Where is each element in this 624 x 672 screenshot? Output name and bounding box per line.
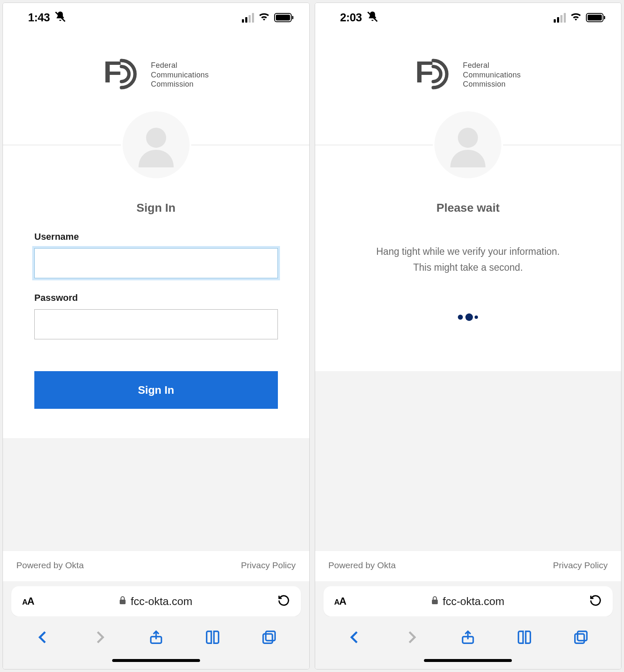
bell-slash-icon <box>366 10 379 25</box>
safari-toolbar <box>3 616 309 654</box>
username-input[interactable] <box>34 248 278 278</box>
footer-row: Powered by Okta Privacy Policy <box>3 551 309 581</box>
reload-icon[interactable] <box>589 594 602 608</box>
home-indicator <box>315 654 621 669</box>
safari-url-bar[interactable]: AA fcc-okta.com <box>11 586 301 616</box>
gray-spacer <box>3 438 309 551</box>
wifi-icon <box>570 12 582 23</box>
sign-in-button[interactable]: Sign In <box>34 371 278 409</box>
fcc-logo-icon: F <box>415 55 453 95</box>
avatar-divider <box>3 111 309 178</box>
text-size-icon[interactable]: AA <box>22 595 34 607</box>
safari-url-bar[interactable]: AA fcc-okta.com <box>324 586 613 616</box>
svg-rect-5 <box>266 631 275 641</box>
svg-rect-3 <box>120 600 126 604</box>
lock-icon <box>119 595 126 608</box>
login-form: Username Password Sign In <box>3 231 309 438</box>
battery-icon <box>586 13 603 22</box>
wifi-icon <box>258 12 270 23</box>
username-label: Username <box>34 231 278 242</box>
brand-name: Federal Communications Commission <box>463 61 521 89</box>
signal-icon <box>242 13 254 23</box>
avatar-placeholder-icon <box>123 111 190 178</box>
password-input[interactable] <box>34 309 278 339</box>
password-label: Password <box>34 292 278 303</box>
powered-by-text: Powered by Okta <box>16 560 84 570</box>
bookmarks-icon[interactable] <box>204 629 221 646</box>
share-icon[interactable] <box>148 629 164 646</box>
powered-by-text: Powered by Okta <box>329 560 396 570</box>
loading-indicator <box>315 276 621 371</box>
bell-slash-icon <box>54 10 67 25</box>
logo-area: F Federal Communications Commission <box>3 32 309 111</box>
status-bar: 2:03 <box>315 3 621 32</box>
brand-name: Federal Communications Commission <box>151 61 209 89</box>
gray-spacer <box>315 371 621 551</box>
url-domain: fcc-okta.com <box>431 595 504 608</box>
signal-icon <box>554 13 566 23</box>
back-icon[interactable] <box>35 629 51 646</box>
phone-right: 2:03 F Federal <box>315 3 622 669</box>
share-icon[interactable] <box>460 629 476 646</box>
svg-text:F: F <box>103 55 122 89</box>
tabs-icon[interactable] <box>261 629 277 646</box>
reload-icon[interactable] <box>277 594 290 608</box>
forward-icon[interactable] <box>91 629 108 646</box>
logo-area: F Federal Communications Commission <box>315 32 621 111</box>
home-indicator <box>3 654 309 669</box>
battery-icon <box>274 13 292 22</box>
page-heading: Sign In <box>3 178 309 231</box>
svg-rect-6 <box>263 634 272 643</box>
lock-icon <box>431 595 439 608</box>
safari-toolbar <box>315 616 621 654</box>
forward-icon[interactable] <box>403 629 420 646</box>
svg-rect-13 <box>575 634 584 643</box>
footer-row: Powered by Okta Privacy Policy <box>315 551 621 581</box>
wait-message: Hang tight while we verify your informat… <box>315 231 621 276</box>
back-icon[interactable] <box>347 629 363 646</box>
page-heading: Please wait <box>315 178 621 231</box>
avatar-placeholder-icon <box>434 111 501 178</box>
privacy-policy-link[interactable]: Privacy Policy <box>553 560 608 570</box>
svg-point-2 <box>146 128 166 148</box>
text-size-icon[interactable]: AA <box>334 595 346 607</box>
svg-text:F: F <box>415 55 434 89</box>
status-time: 1:43 <box>28 11 50 24</box>
tabs-icon[interactable] <box>573 629 589 646</box>
svg-rect-10 <box>432 600 438 604</box>
bookmarks-icon[interactable] <box>516 629 533 646</box>
fcc-logo-icon: F <box>103 55 141 95</box>
privacy-policy-link[interactable]: Privacy Policy <box>241 560 296 570</box>
status-time: 2:03 <box>340 11 362 24</box>
avatar-divider <box>315 111 621 178</box>
url-domain: fcc-okta.com <box>119 595 192 608</box>
status-bar: 1:43 <box>3 3 309 32</box>
svg-rect-12 <box>578 631 587 641</box>
svg-point-9 <box>458 128 478 148</box>
phone-left: 1:43 F Federal <box>3 3 310 669</box>
